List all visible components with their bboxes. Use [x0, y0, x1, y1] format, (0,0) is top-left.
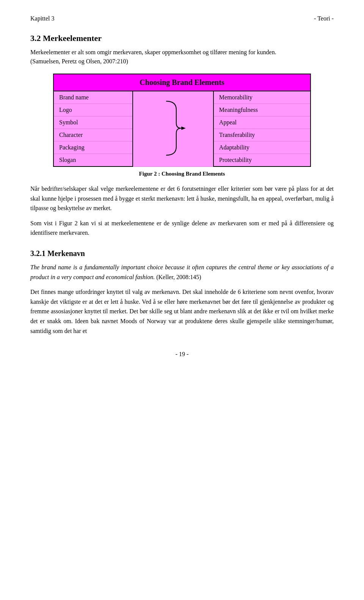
right-item-1: Memorability	[213, 91, 311, 104]
page-header: Kapittel 3 - Teori -	[30, 15, 334, 22]
chapter-label: Kapittel 3	[30, 15, 55, 22]
right-item-3: Appeal	[213, 116, 311, 129]
intro-paragraph: Merkeelementer er alt som omgir merkevar…	[30, 48, 334, 66]
subsection-para1: Det finnes mange utfordringer knyttet ti…	[30, 287, 334, 336]
left-item-6: Slogan	[53, 154, 133, 167]
svg-marker-0	[182, 126, 186, 130]
page-number: - 19 -	[176, 351, 189, 357]
body-paragraph-2: Som vist i Figur 2 kan vi si at merkeele…	[30, 218, 334, 238]
brand-table-header: Choosing Brand Elements	[53, 74, 311, 91]
left-item-1: Brand name	[53, 91, 133, 104]
left-item-5: Packaging	[53, 141, 133, 154]
page-footer: - 19 -	[30, 351, 334, 358]
body-paragraph-1: Når bedrifter/selskaper skal velge merke…	[30, 184, 334, 213]
arrow-cell	[133, 91, 213, 166]
left-item-4: Character	[53, 129, 133, 141]
brand-table: Choosing Brand Elements Brand name Memor…	[53, 74, 311, 167]
section-label: - Teori -	[314, 15, 334, 22]
subsection-title: 3.2.1 Merkenavn	[30, 249, 334, 258]
brand-row-1: Brand name Memorability	[53, 91, 311, 104]
right-item-5: Adaptability	[213, 141, 311, 154]
left-item-2: Logo	[53, 104, 133, 116]
figure-caption: Figur 2 : Choosing Brand Elements	[53, 171, 311, 177]
subsection-quote: The brand name is a fundamentally import…	[30, 262, 334, 282]
right-item-2: Meaningfulness	[213, 104, 311, 116]
right-item-6: Protectability	[213, 154, 311, 167]
left-item-3: Symbol	[53, 116, 133, 129]
bracket-arrow-svg	[158, 98, 188, 159]
right-item-4: Transferability	[213, 129, 311, 141]
section-title: 3.2 Merkeelementer	[30, 33, 334, 43]
brand-elements-figure: Choosing Brand Elements Brand name Memor…	[53, 74, 311, 177]
